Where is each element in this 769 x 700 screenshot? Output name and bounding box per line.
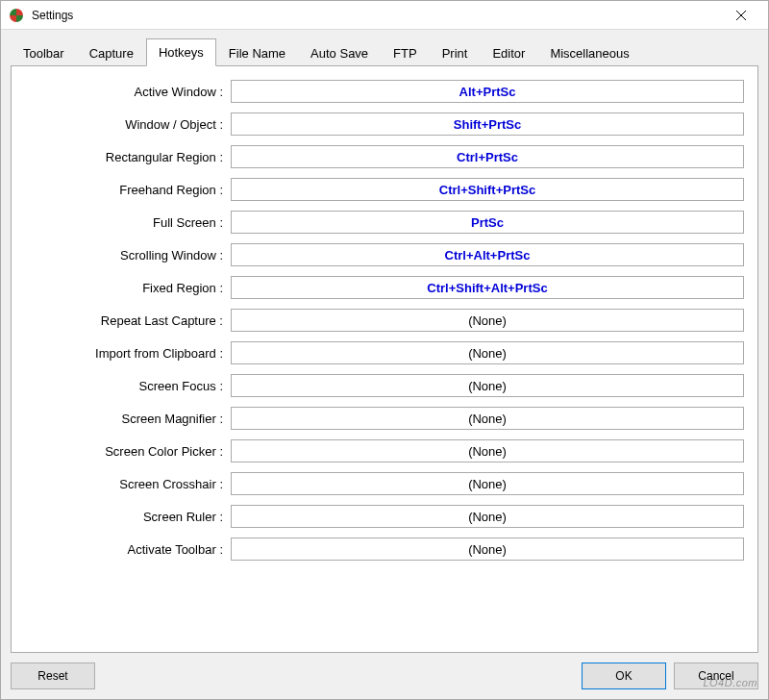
hotkey-field[interactable]: (None) bbox=[231, 341, 744, 364]
hotkey-label: Repeat Last Capture : bbox=[25, 313, 231, 328]
tab-toolbar[interactable]: Toolbar bbox=[11, 39, 77, 66]
hotkey-row: Screen Magnifier :(None) bbox=[25, 407, 744, 430]
tab-strip: ToolbarCaptureHotkeysFile NameAuto SaveF… bbox=[11, 38, 758, 65]
hotkey-row: Rectangular Region :Ctrl+PrtSc bbox=[25, 145, 744, 168]
hotkey-label: Fixed Region : bbox=[25, 281, 231, 295]
hotkey-label: Window / Object : bbox=[25, 117, 231, 132]
tab-ftp[interactable]: FTP bbox=[381, 39, 430, 66]
hotkey-field[interactable]: (None) bbox=[231, 439, 744, 462]
hotkey-field[interactable]: PrtSc bbox=[231, 211, 744, 234]
hotkey-field[interactable]: (None) bbox=[231, 505, 744, 528]
hotkey-label: Scrolling Window : bbox=[25, 248, 231, 262]
hotkey-label: Freehand Region : bbox=[25, 183, 231, 197]
cancel-button[interactable]: Cancel bbox=[674, 662, 758, 689]
hotkey-field[interactable]: Ctrl+Shift+Alt+PrtSc bbox=[231, 276, 744, 299]
dialog-button-row: Reset OK Cancel bbox=[11, 653, 758, 689]
tab-file-name[interactable]: File Name bbox=[216, 39, 298, 66]
hotkey-row: Activate Toolbar :(None) bbox=[25, 538, 744, 561]
hotkey-label: Full Screen : bbox=[25, 215, 231, 230]
hotkey-label: Activate Toolbar : bbox=[25, 542, 231, 557]
hotkey-row: Full Screen :PrtSc bbox=[25, 211, 744, 234]
hotkey-row: Screen Crosshair :(None) bbox=[25, 472, 744, 495]
hotkey-row: Fixed Region :Ctrl+Shift+Alt+PrtSc bbox=[25, 276, 744, 299]
reset-button[interactable]: Reset bbox=[11, 662, 95, 689]
hotkey-row: Window / Object :Shift+PrtSc bbox=[25, 112, 744, 136]
hotkey-label: Import from Clipboard : bbox=[25, 346, 231, 361]
hotkey-row: Repeat Last Capture :(None) bbox=[25, 309, 744, 332]
app-icon bbox=[9, 8, 24, 23]
hotkey-row: Import from Clipboard :(None) bbox=[25, 341, 744, 364]
tab-panel-hotkeys: Active Window :Alt+PrtScWindow / Object … bbox=[11, 65, 758, 653]
hotkey-field[interactable]: Alt+PrtSc bbox=[231, 80, 744, 103]
hotkey-label: Screen Color Picker : bbox=[25, 444, 231, 459]
tab-print[interactable]: Print bbox=[430, 39, 481, 66]
hotkey-label: Screen Ruler : bbox=[25, 510, 231, 524]
titlebar: Settings bbox=[1, 1, 768, 30]
hotkey-row: Scrolling Window :Ctrl+Alt+PrtSc bbox=[25, 243, 744, 266]
hotkey-label: Rectangular Region : bbox=[25, 150, 231, 164]
hotkey-field[interactable]: (None) bbox=[231, 309, 744, 332]
hotkey-field[interactable]: Ctrl+PrtSc bbox=[231, 145, 744, 168]
hotkey-field[interactable]: (None) bbox=[231, 538, 744, 561]
hotkey-field[interactable]: (None) bbox=[231, 472, 744, 495]
hotkey-field[interactable]: Ctrl+Shift+PrtSc bbox=[231, 178, 744, 201]
tab-miscellaneous[interactable]: Miscellaneous bbox=[537, 39, 641, 66]
tab-hotkeys[interactable]: Hotkeys bbox=[146, 38, 216, 66]
settings-window: Settings ToolbarCaptureHotkeysFile NameA… bbox=[0, 0, 769, 700]
hotkey-field[interactable]: (None) bbox=[231, 374, 744, 397]
hotkey-label: Screen Focus : bbox=[25, 379, 231, 393]
hotkey-label: Active Window : bbox=[25, 85, 231, 99]
hotkey-row: Screen Color Picker :(None) bbox=[25, 439, 744, 462]
hotkey-row: Freehand Region :Ctrl+Shift+PrtSc bbox=[25, 178, 744, 201]
tab-capture[interactable]: Capture bbox=[77, 39, 146, 66]
hotkey-field[interactable]: Shift+PrtSc bbox=[231, 112, 744, 136]
hotkey-label: Screen Crosshair : bbox=[25, 477, 231, 491]
ok-button[interactable]: OK bbox=[582, 662, 666, 689]
tab-editor[interactable]: Editor bbox=[480, 39, 537, 66]
hotkey-row: Active Window :Alt+PrtSc bbox=[25, 80, 744, 103]
hotkey-row: Screen Ruler :(None) bbox=[25, 505, 744, 528]
hotkey-field[interactable]: Ctrl+Alt+PrtSc bbox=[231, 243, 744, 266]
tab-auto-save[interactable]: Auto Save bbox=[298, 39, 381, 66]
client-area: ToolbarCaptureHotkeysFile NameAuto SaveF… bbox=[1, 30, 768, 699]
hotkey-label: Screen Magnifier : bbox=[25, 412, 231, 426]
window-title: Settings bbox=[32, 9, 73, 22]
close-icon[interactable] bbox=[722, 2, 760, 29]
hotkey-field[interactable]: (None) bbox=[231, 407, 744, 430]
hotkey-row: Screen Focus :(None) bbox=[25, 374, 744, 397]
